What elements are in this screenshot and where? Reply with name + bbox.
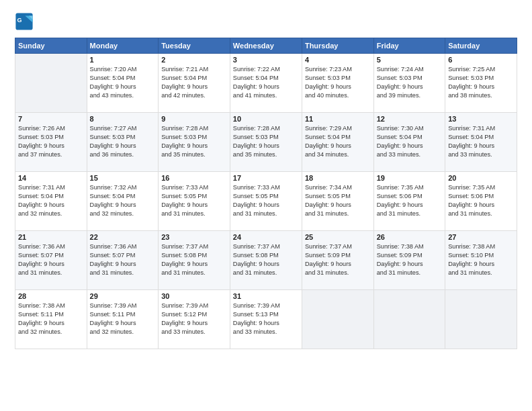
calendar-header: SundayMondayTuesdayWednesdayThursdayFrid… — [15, 38, 517, 54]
calendar-cell: 27Sunrise: 7:38 AM Sunset: 5:10 PM Dayli… — [445, 231, 517, 290]
calendar-cell: 19Sunrise: 7:35 AM Sunset: 5:06 PM Dayli… — [373, 172, 445, 231]
calendar-week-4: 21Sunrise: 7:36 AM Sunset: 5:07 PM Dayli… — [15, 231, 517, 290]
weekday-header-tuesday: Tuesday — [159, 38, 230, 54]
day-number: 4 — [305, 56, 371, 64]
day-number: 7 — [18, 115, 84, 123]
calendar-cell: 25Sunrise: 7:37 AM Sunset: 5:09 PM Dayli… — [302, 231, 373, 290]
calendar-cell: 20Sunrise: 7:35 AM Sunset: 5:06 PM Dayli… — [445, 172, 517, 231]
day-number: 12 — [377, 115, 442, 123]
logo-icon: G — [15, 12, 34, 31]
day-number: 10 — [233, 115, 299, 123]
calendar-cell: 23Sunrise: 7:37 AM Sunset: 5:08 PM Dayli… — [159, 231, 230, 290]
day-number: 29 — [90, 292, 156, 300]
day-number: 23 — [161, 233, 227, 241]
day-number: 8 — [90, 115, 156, 123]
calendar-cell: 3Sunrise: 7:22 AM Sunset: 5:04 PM Daylig… — [230, 54, 302, 113]
day-info: Sunrise: 7:24 AM Sunset: 5:03 PM Dayligh… — [377, 65, 442, 100]
weekday-header-thursday: Thursday — [302, 38, 373, 54]
day-info: Sunrise: 7:35 AM Sunset: 5:06 PM Dayligh… — [377, 183, 442, 218]
weekday-header-row: SundayMondayTuesdayWednesdayThursdayFrid… — [15, 38, 517, 54]
calendar-cell: 29Sunrise: 7:39 AM Sunset: 5:11 PM Dayli… — [87, 290, 159, 349]
calendar-cell: 6Sunrise: 7:25 AM Sunset: 5:03 PM Daylig… — [445, 54, 517, 113]
day-info: Sunrise: 7:29 AM Sunset: 5:04 PM Dayligh… — [305, 124, 371, 159]
weekday-header-monday: Monday — [87, 38, 159, 54]
calendar-cell: 14Sunrise: 7:31 AM Sunset: 5:04 PM Dayli… — [15, 172, 87, 231]
calendar-cell: 8Sunrise: 7:27 AM Sunset: 5:03 PM Daylig… — [87, 113, 159, 172]
weekday-header-friday: Friday — [373, 38, 445, 54]
day-info: Sunrise: 7:28 AM Sunset: 5:03 PM Dayligh… — [161, 124, 227, 159]
day-number: 31 — [233, 292, 299, 300]
day-number: 3 — [233, 56, 299, 64]
day-info: Sunrise: 7:25 AM Sunset: 5:03 PM Dayligh… — [448, 65, 514, 100]
day-info: Sunrise: 7:20 AM Sunset: 5:04 PM Dayligh… — [90, 65, 156, 100]
day-number: 9 — [161, 115, 227, 123]
calendar-cell — [302, 290, 373, 349]
day-info: Sunrise: 7:21 AM Sunset: 5:04 PM Dayligh… — [161, 65, 227, 100]
calendar-cell: 26Sunrise: 7:38 AM Sunset: 5:09 PM Dayli… — [373, 231, 445, 290]
day-info: Sunrise: 7:39 AM Sunset: 5:12 PM Dayligh… — [161, 302, 227, 336]
day-number: 16 — [161, 174, 227, 182]
day-number: 5 — [377, 56, 442, 64]
day-number: 28 — [18, 292, 84, 300]
svg-text:G: G — [17, 17, 22, 24]
calendar-cell: 15Sunrise: 7:32 AM Sunset: 5:04 PM Dayli… — [87, 172, 159, 231]
day-number: 2 — [161, 56, 227, 64]
calendar-week-2: 7Sunrise: 7:26 AM Sunset: 5:03 PM Daylig… — [15, 113, 517, 172]
calendar-cell: 31Sunrise: 7:39 AM Sunset: 5:13 PM Dayli… — [230, 290, 302, 349]
day-info: Sunrise: 7:38 AM Sunset: 5:11 PM Dayligh… — [18, 302, 84, 336]
day-info: Sunrise: 7:37 AM Sunset: 5:08 PM Dayligh… — [233, 242, 299, 277]
calendar-cell: 18Sunrise: 7:34 AM Sunset: 5:05 PM Dayli… — [302, 172, 373, 231]
calendar-cell: 16Sunrise: 7:33 AM Sunset: 5:05 PM Dayli… — [159, 172, 230, 231]
weekday-header-sunday: Sunday — [15, 38, 87, 54]
calendar-cell: 4Sunrise: 7:23 AM Sunset: 5:03 PM Daylig… — [302, 54, 373, 113]
calendar-cell: 28Sunrise: 7:38 AM Sunset: 5:11 PM Dayli… — [15, 290, 87, 349]
day-info: Sunrise: 7:33 AM Sunset: 5:05 PM Dayligh… — [161, 183, 227, 218]
day-info: Sunrise: 7:33 AM Sunset: 5:05 PM Dayligh… — [233, 183, 299, 218]
day-info: Sunrise: 7:22 AM Sunset: 5:04 PM Dayligh… — [233, 65, 299, 100]
day-info: Sunrise: 7:39 AM Sunset: 5:11 PM Dayligh… — [90, 302, 156, 336]
day-number: 1 — [90, 56, 156, 64]
calendar-cell: 11Sunrise: 7:29 AM Sunset: 5:04 PM Dayli… — [302, 113, 373, 172]
calendar-cell: 2Sunrise: 7:21 AM Sunset: 5:04 PM Daylig… — [159, 54, 230, 113]
day-number: 19 — [377, 174, 442, 182]
day-number: 13 — [448, 115, 514, 123]
day-number: 30 — [161, 292, 227, 300]
calendar-cell — [445, 290, 517, 349]
weekday-header-wednesday: Wednesday — [230, 38, 302, 54]
calendar-cell: 7Sunrise: 7:26 AM Sunset: 5:03 PM Daylig… — [15, 113, 87, 172]
day-info: Sunrise: 7:38 AM Sunset: 5:10 PM Dayligh… — [448, 242, 514, 277]
calendar-table: SundayMondayTuesdayWednesdayThursdayFrid… — [15, 38, 517, 349]
day-number: 25 — [305, 233, 371, 241]
calendar-cell: 1Sunrise: 7:20 AM Sunset: 5:04 PM Daylig… — [87, 54, 159, 113]
calendar-week-1: 1Sunrise: 7:20 AM Sunset: 5:04 PM Daylig… — [15, 54, 517, 113]
day-info: Sunrise: 7:39 AM Sunset: 5:13 PM Dayligh… — [233, 302, 299, 336]
calendar-cell — [373, 290, 445, 349]
day-number: 21 — [18, 233, 84, 241]
day-info: Sunrise: 7:28 AM Sunset: 5:03 PM Dayligh… — [233, 124, 299, 159]
day-info: Sunrise: 7:23 AM Sunset: 5:03 PM Dayligh… — [305, 65, 371, 100]
calendar-cell: 17Sunrise: 7:33 AM Sunset: 5:05 PM Dayli… — [230, 172, 302, 231]
page-container: G SundayMondayTuesdayWednesdayThursdayFr… — [0, 0, 532, 356]
calendar-cell: 30Sunrise: 7:39 AM Sunset: 5:12 PM Dayli… — [159, 290, 230, 349]
weekday-header-saturday: Saturday — [445, 38, 517, 54]
calendar-cell — [15, 54, 87, 113]
calendar-week-3: 14Sunrise: 7:31 AM Sunset: 5:04 PM Dayli… — [15, 172, 517, 231]
calendar-body: 1Sunrise: 7:20 AM Sunset: 5:04 PM Daylig… — [15, 54, 517, 349]
calendar-cell: 10Sunrise: 7:28 AM Sunset: 5:03 PM Dayli… — [230, 113, 302, 172]
day-number: 11 — [305, 115, 371, 123]
day-info: Sunrise: 7:36 AM Sunset: 5:07 PM Dayligh… — [18, 242, 84, 277]
day-info: Sunrise: 7:35 AM Sunset: 5:06 PM Dayligh… — [448, 183, 514, 218]
day-info: Sunrise: 7:37 AM Sunset: 5:08 PM Dayligh… — [161, 242, 227, 277]
day-number: 15 — [90, 174, 156, 182]
header: G — [15, 12, 517, 31]
calendar-cell: 22Sunrise: 7:36 AM Sunset: 5:07 PM Dayli… — [87, 231, 159, 290]
day-number: 26 — [377, 233, 442, 241]
day-number: 17 — [233, 174, 299, 182]
day-info: Sunrise: 7:32 AM Sunset: 5:04 PM Dayligh… — [90, 183, 156, 218]
day-info: Sunrise: 7:38 AM Sunset: 5:09 PM Dayligh… — [377, 242, 442, 277]
calendar-cell: 24Sunrise: 7:37 AM Sunset: 5:08 PM Dayli… — [230, 231, 302, 290]
day-number: 18 — [305, 174, 371, 182]
day-number: 22 — [90, 233, 156, 241]
calendar-cell: 5Sunrise: 7:24 AM Sunset: 5:03 PM Daylig… — [373, 54, 445, 113]
calendar-cell: 9Sunrise: 7:28 AM Sunset: 5:03 PM Daylig… — [159, 113, 230, 172]
